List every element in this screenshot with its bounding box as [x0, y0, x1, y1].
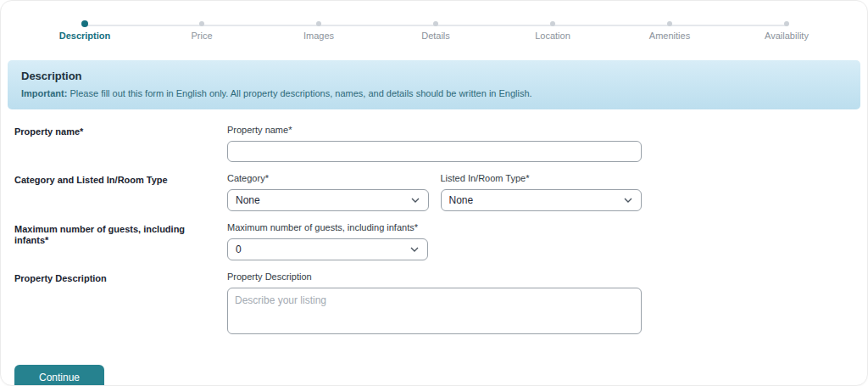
max-guests-section-label: Maximum number of guests, including infa… [14, 222, 227, 260]
property-description-section-label: Property Description [14, 271, 227, 338]
step-details[interactable]: Details [377, 21, 494, 41]
max-guests-field: Maximum number of guests, including infa… [227, 222, 642, 260]
banner-message: Important: Please fill out this form in … [21, 88, 847, 98]
category-room-type-row: Category and Listed In/Room Type Categor… [14, 173, 854, 211]
property-name-input[interactable] [227, 141, 642, 162]
category-select[interactable]: None [227, 189, 429, 211]
step-amenities[interactable]: Amenities [611, 21, 728, 41]
category-section-label: Category and Listed In/Room Type [14, 173, 227, 211]
step-dot-icon [316, 21, 321, 26]
banner-important-label: Important: [21, 88, 67, 98]
step-location[interactable]: Location [494, 21, 611, 41]
step-label: Description [59, 31, 111, 41]
step-label: Availability [765, 31, 809, 41]
step-label: Amenities [649, 31, 690, 41]
category-select-value: None [236, 194, 260, 206]
max-guests-select-value: 0 [236, 243, 242, 255]
banner-message-text: Please fill out this form in English onl… [67, 88, 531, 98]
max-guests-field-label: Maximum number of guests, including infa… [227, 222, 642, 233]
continue-button[interactable]: Continue [14, 365, 104, 386]
room-type-field: Listed In/Room Type* None [441, 173, 643, 211]
step-availability[interactable]: Availability [728, 21, 845, 41]
step-dot-icon [667, 21, 672, 26]
category-field-label: Category* [227, 173, 429, 184]
step-dot-icon [550, 21, 555, 26]
property-name-section-label: Property name* [14, 125, 227, 162]
step-dot-icon [81, 20, 88, 27]
banner-title: Description [21, 70, 847, 82]
step-price[interactable]: Price [143, 21, 260, 41]
step-dot-icon [433, 21, 438, 26]
property-name-row: Property name* Property name* [14, 125, 854, 162]
property-name-field-label: Property name* [227, 125, 642, 136]
section-info-banner: Description Important: Please fill out t… [8, 60, 860, 109]
step-images[interactable]: Images [260, 21, 377, 41]
step-label: Location [535, 31, 570, 41]
step-dot-icon [784, 21, 789, 26]
step-dot-icon [199, 21, 204, 26]
room-type-select-value: None [449, 194, 474, 206]
progress-stepper: Description Price Images Details Locatio… [26, 21, 845, 50]
property-name-field: Property name* [227, 125, 642, 162]
max-guests-row: Maximum number of guests, including infa… [14, 222, 854, 260]
description-form: Property name* Property name* Category a… [14, 125, 854, 386]
chevron-down-icon [411, 198, 420, 203]
listing-form-card: Description Price Images Details Locatio… [0, 0, 868, 386]
step-label: Price [191, 31, 212, 41]
step-label: Images [303, 31, 334, 41]
property-description-field-label: Property Description [227, 271, 642, 283]
chevron-down-icon [410, 247, 419, 252]
room-type-select[interactable]: None [441, 189, 643, 211]
category-field: Category* None [227, 173, 429, 211]
max-guests-select[interactable]: 0 [227, 238, 428, 260]
step-label: Details [421, 31, 450, 41]
chevron-down-icon [624, 198, 632, 203]
property-description-field: Property Description [227, 271, 642, 338]
room-type-field-label: Listed In/Room Type* [441, 173, 643, 184]
property-description-row: Property Description Property Descriptio… [14, 271, 854, 338]
property-description-textarea[interactable] [227, 288, 642, 334]
step-description[interactable]: Description [26, 21, 143, 41]
